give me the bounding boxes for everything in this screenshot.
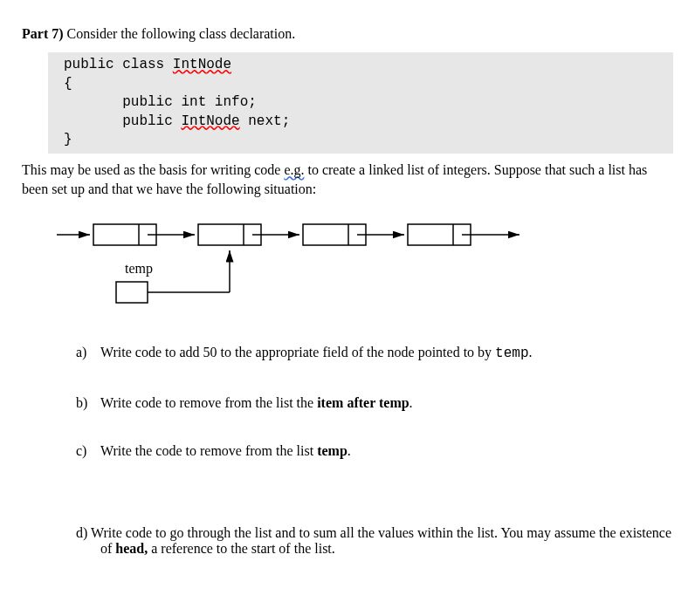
svg-rect-10 xyxy=(408,224,471,245)
question-title: Part 7) Consider the following class dec… xyxy=(22,26,673,42)
svg-rect-4 xyxy=(198,224,261,245)
code-keyword: public class xyxy=(64,57,173,72)
qb-text: Write code to remove from the list the xyxy=(100,395,317,410)
qa-temp: temp xyxy=(495,346,528,361)
question-c: c)Write the code to remove from the list… xyxy=(76,441,673,461)
svg-rect-13 xyxy=(116,282,148,303)
qb-period: . xyxy=(409,395,413,410)
qc-text: Write the code to remove from the list xyxy=(100,443,317,458)
label-a: a) xyxy=(76,343,100,362)
question-b: b)Write code to remove from the list the… xyxy=(76,394,673,413)
qc-bold: temp xyxy=(317,443,348,458)
code-classname-squiggle: IntNode xyxy=(173,57,231,72)
code-field-next: next; xyxy=(240,113,291,129)
qa-text: Write code to add 50 to the appropriate … xyxy=(100,345,495,359)
qd-rest: a reference to the start of the list. xyxy=(148,541,335,556)
svg-rect-1 xyxy=(93,224,156,245)
label-c: c) xyxy=(76,441,100,461)
temp-label: temp xyxy=(125,261,153,277)
label-d: d) xyxy=(76,525,87,540)
qa-period: . xyxy=(529,345,533,359)
title-rest: Consider the following class declaration… xyxy=(64,26,296,41)
label-b: b) xyxy=(76,394,100,413)
code-field-info: public int info; xyxy=(64,94,257,110)
code-block: public class IntNode { public int info; … xyxy=(48,52,673,154)
code-public: public xyxy=(64,113,181,129)
code-brace-open: { xyxy=(64,76,72,92)
intro-paragraph: This may be used as the basis for writin… xyxy=(22,161,673,198)
code-brace-close: } xyxy=(64,132,72,147)
qd-bold: head, xyxy=(115,541,148,556)
question-list: a)Write code to add 50 to the appropriat… xyxy=(76,343,673,461)
eg-squiggle: e.g. xyxy=(284,162,304,177)
svg-rect-7 xyxy=(303,224,366,245)
para-text-a: This may be used as the basis for writin… xyxy=(22,162,284,177)
linked-list-diagram: temp xyxy=(57,214,673,318)
part-number: Part 7) xyxy=(22,26,64,41)
question-d: d) Write code to go through the list and… xyxy=(76,525,673,557)
qb-bold: item after temp xyxy=(317,395,409,410)
code-type-squiggle: IntNode xyxy=(181,113,239,129)
question-a: a)Write code to add 50 to the appropriat… xyxy=(76,343,673,364)
qc-period: . xyxy=(348,443,351,458)
